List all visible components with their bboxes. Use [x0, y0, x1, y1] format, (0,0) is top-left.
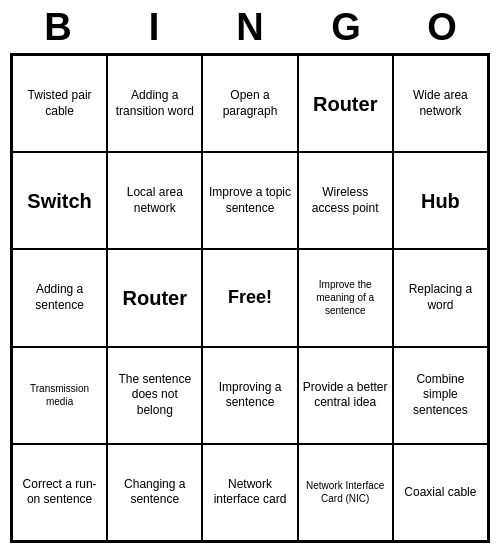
bingo-cell[interactable]: The sentence does not belong [107, 347, 202, 444]
bingo-cell[interactable]: Twisted pair cable [12, 55, 107, 152]
bingo-cell[interactable]: Router [298, 55, 393, 152]
bingo-cell[interactable]: Improve the meaning of a sentence [298, 249, 393, 346]
bingo-cell[interactable]: Improving a sentence [202, 347, 297, 444]
bingo-grid: Twisted pair cableAdding a transition wo… [10, 53, 490, 543]
header-letter: G [303, 6, 389, 49]
bingo-cell[interactable]: Adding a sentence [12, 249, 107, 346]
bingo-header: BINGO [10, 0, 490, 53]
bingo-cell[interactable]: Open a paragraph [202, 55, 297, 152]
bingo-cell[interactable]: Correct a run-on sentence [12, 444, 107, 541]
bingo-cell[interactable]: Provide a better central idea [298, 347, 393, 444]
bingo-cell[interactable]: Wireless access point [298, 152, 393, 249]
bingo-cell[interactable]: Switch [12, 152, 107, 249]
bingo-cell[interactable]: Router [107, 249, 202, 346]
bingo-cell[interactable]: Replacing a word [393, 249, 488, 346]
bingo-cell[interactable]: Combine simple sentences [393, 347, 488, 444]
bingo-cell[interactable]: Network interface card [202, 444, 297, 541]
header-letter: O [399, 6, 485, 49]
bingo-cell[interactable]: Adding a transition word [107, 55, 202, 152]
bingo-cell[interactable]: Wide area network [393, 55, 488, 152]
bingo-cell[interactable]: Improve a topic sentence [202, 152, 297, 249]
bingo-cell[interactable]: Network Interface Card (NIC) [298, 444, 393, 541]
header-letter: I [111, 6, 197, 49]
bingo-cell[interactable]: Changing a sentence [107, 444, 202, 541]
bingo-cell[interactable]: Free! [202, 249, 297, 346]
bingo-cell[interactable]: Coaxial cable [393, 444, 488, 541]
bingo-cell[interactable]: Local area network [107, 152, 202, 249]
bingo-cell[interactable]: Transmission media [12, 347, 107, 444]
header-letter: B [15, 6, 101, 49]
bingo-cell[interactable]: Hub [393, 152, 488, 249]
header-letter: N [207, 6, 293, 49]
